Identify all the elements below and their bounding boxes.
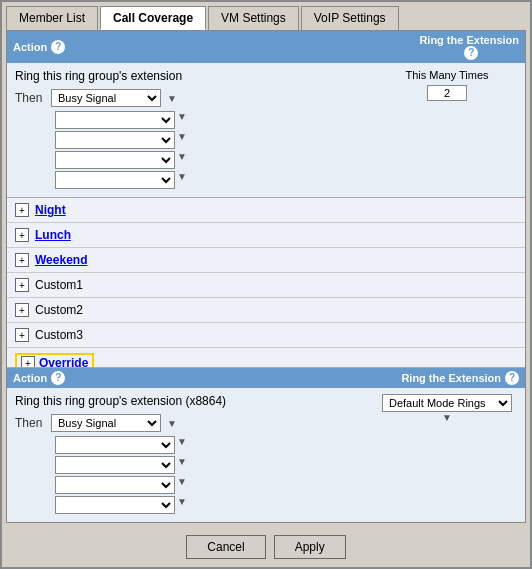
override-link[interactable]: Override <box>39 356 88 367</box>
ring-times-box: This Many Times <box>377 69 517 101</box>
custom3-label: Custom3 <box>35 328 83 342</box>
expand-list: + Night + Lunch + Weekend + Custom1 + Cu… <box>7 198 525 367</box>
tab-bar: Member List Call Coverage VM Settings Vo… <box>2 2 530 30</box>
override-ring-ext-help-icon[interactable]: ? <box>505 371 519 385</box>
list-item-custom1: + Custom1 <box>7 273 525 298</box>
override-dropdown-3[interactable] <box>55 476 175 494</box>
tab-voip-settings[interactable]: VoIP Settings <box>301 6 399 30</box>
override-body: Ring this ring group's extension (x8864)… <box>7 388 525 522</box>
weekend-link[interactable]: Weekend <box>35 253 87 267</box>
dropdown-3[interactable] <box>55 151 175 169</box>
busy-signal-select[interactable]: Busy Signal <box>51 89 161 107</box>
expand-btn-lunch[interactable]: + <box>15 228 29 242</box>
override-action-label: Action <box>13 372 47 384</box>
override-ring-mode-select[interactable]: Default Mode Rings <box>382 394 512 412</box>
main-window: Member List Call Coverage VM Settings Vo… <box>0 0 532 569</box>
override-dropdown-row-3: ▼ <box>15 476 377 494</box>
lunch-link[interactable]: Lunch <box>35 228 71 242</box>
then-row: Then Busy Signal ▼ <box>15 89 377 107</box>
apply-button[interactable]: Apply <box>274 535 346 559</box>
main-section-body: Ring this ring group's extension Then Bu… <box>7 63 525 197</box>
dropdown-2[interactable] <box>55 131 175 149</box>
override-ring-mode-box: Default Mode Rings ▼ <box>377 394 517 423</box>
ring-group-text: Ring this ring group's extension <box>15 69 377 83</box>
tab-member-list[interactable]: Member List <box>6 6 98 30</box>
override-highlight-box: + Override <box>15 353 94 367</box>
tab-call-coverage[interactable]: Call Coverage <box>100 6 206 30</box>
list-item-night: + Night <box>7 198 525 223</box>
override-dropdown-row-4: ▼ <box>15 496 377 514</box>
tab-vm-settings[interactable]: VM Settings <box>208 6 299 30</box>
expand-btn-custom2[interactable]: + <box>15 303 29 317</box>
expand-btn-night[interactable]: + <box>15 203 29 217</box>
ring-times-label: This Many Times <box>405 69 488 81</box>
content-area: Action ? Ring the Extension ? Ring this … <box>6 30 526 523</box>
override-ring-text: Ring this ring group's extension (x8864) <box>15 394 377 408</box>
ring-ext-help-icon[interactable]: ? <box>464 46 478 60</box>
dropdown-1[interactable] <box>55 111 175 129</box>
main-section: Action ? Ring the Extension ? Ring this … <box>7 31 525 198</box>
override-then-label: Then <box>15 416 45 430</box>
override-dropdown-row-2: ▼ <box>15 456 377 474</box>
list-item-lunch: + Lunch <box>7 223 525 248</box>
ring-ext-header-box: Ring the Extension ? <box>419 34 519 60</box>
dropdown-row-2: ▼ <box>15 131 377 149</box>
override-section: Action ? Ring the Extension ? Ring this … <box>7 367 525 522</box>
custom2-label: Custom2 <box>35 303 83 317</box>
override-dropdown-row-1: ▼ <box>15 436 377 454</box>
dropdown-4[interactable] <box>55 171 175 189</box>
list-item-override: + Override <box>7 348 525 367</box>
footer: Cancel Apply <box>2 527 530 567</box>
override-dropdown-2[interactable] <box>55 456 175 474</box>
dropdown-row-3: ▼ <box>15 151 377 169</box>
list-item-custom2: + Custom2 <box>7 298 525 323</box>
expand-btn-override[interactable]: + <box>21 356 35 367</box>
list-item-weekend: + Weekend <box>7 248 525 273</box>
expand-btn-custom1[interactable]: + <box>15 278 29 292</box>
expand-btn-weekend[interactable]: + <box>15 253 29 267</box>
dropdown-row-1: ▼ <box>15 111 377 129</box>
override-then-row: Then Busy Signal ▼ <box>15 414 377 432</box>
dropdown-row-4: ▼ <box>15 171 377 189</box>
override-action-help-icon[interactable]: ? <box>51 371 65 385</box>
override-dropdown-1[interactable] <box>55 436 175 454</box>
override-dropdown-4[interactable] <box>55 496 175 514</box>
main-section-header: Action ? Ring the Extension ? <box>7 31 525 63</box>
cancel-button[interactable]: Cancel <box>186 535 265 559</box>
night-link[interactable]: Night <box>35 203 66 217</box>
then-label: Then <box>15 91 45 105</box>
action-label: Action <box>13 41 47 53</box>
action-help-icon[interactable]: ? <box>51 40 65 54</box>
list-item-custom3: + Custom3 <box>7 323 525 348</box>
override-ring-ext-label: Ring the Extension <box>401 372 501 384</box>
ring-ext-label: Ring the Extension <box>419 34 519 46</box>
expand-btn-custom3[interactable]: + <box>15 328 29 342</box>
custom1-label: Custom1 <box>35 278 83 292</box>
override-ring-ext-box: Ring the Extension ? <box>401 371 519 385</box>
ring-count-input[interactable] <box>427 85 467 101</box>
override-section-header: Action ? Ring the Extension ? <box>7 368 525 388</box>
override-busy-signal-select[interactable]: Busy Signal <box>51 414 161 432</box>
